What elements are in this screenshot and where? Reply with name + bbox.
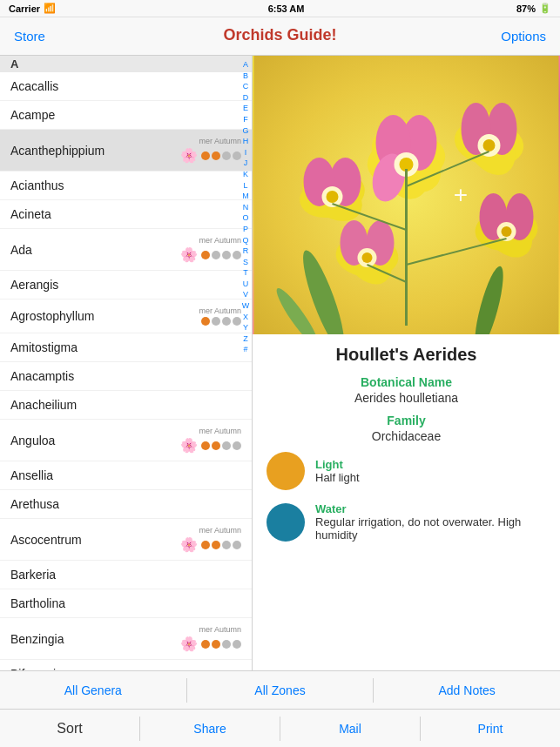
family-value: Orchidaceae (267, 429, 546, 443)
list-item[interactable]: Anacheilium (0, 391, 252, 420)
section-header-a: A (0, 56, 252, 72)
alpha-letter-a[interactable]: A (243, 59, 248, 71)
print-button[interactable]: Print (421, 715, 560, 743)
carrier-label: Carrier (9, 3, 40, 14)
list-item[interactable]: Ascocentrum mer Autumn 🌸 (0, 519, 252, 561)
list-item[interactable]: Bifrenaria (0, 660, 252, 670)
plus-icon[interactable]: + (454, 181, 468, 209)
bottom-bar-1: All Genera All Zones Add Notes (0, 670, 560, 709)
status-right: 87% 🔋 (516, 3, 551, 14)
list-item[interactable]: Acianthus (0, 172, 252, 200)
options-button[interactable]: Options (501, 29, 546, 44)
list-item[interactable]: Arethusa (0, 490, 252, 519)
alpha-letter-k[interactable]: K (243, 169, 248, 180)
alpha-letter-s[interactable]: S (243, 257, 248, 268)
store-button[interactable]: Store (14, 29, 45, 44)
alpha-letter-m[interactable]: M (242, 191, 249, 202)
alpha-letter-q[interactable]: Q (242, 235, 248, 246)
alpha-letter-r[interactable]: R (243, 246, 249, 257)
share-button[interactable]: Share (140, 715, 280, 743)
list-item[interactable]: Acacallis (0, 72, 252, 101)
water-value: Regular irrigation, do not overwater. Hi… (315, 515, 546, 542)
list-item[interactable]: Anguloa mer Autumn 🌸 (0, 420, 252, 461)
list-item[interactable]: Anacamptis (0, 362, 252, 391)
nav-bar: Store Orchids Guide! Options (0, 17, 560, 56)
status-time: 6:53 AM (268, 3, 305, 14)
list-panel: A AcacallisAcampeAcanthephippium mer Aut… (0, 56, 253, 670)
light-circle (267, 452, 305, 490)
water-label: Water (315, 502, 546, 515)
water-section: Water Regular irrigation, do not overwat… (267, 502, 546, 542)
list-item[interactable]: Ansellia (0, 461, 252, 490)
mail-button[interactable]: Mail (280, 715, 420, 743)
svg-point-35 (362, 252, 373, 263)
svg-point-17 (327, 191, 339, 203)
alpha-letter-w[interactable]: W (242, 300, 250, 312)
alpha-letter-b[interactable]: B (243, 71, 248, 82)
bottom-bar-2: Sort Share Mail Print (0, 709, 560, 747)
svg-point-23 (483, 139, 496, 151)
light-info: Light Half light (315, 458, 360, 484)
list-item[interactable]: Acanthephippium mer Autumn 🌸 (0, 130, 252, 172)
alpha-letter-z[interactable]: Z (243, 333, 248, 345)
battery-icon: 🔋 (539, 3, 551, 14)
light-value: Half light (315, 471, 360, 484)
water-info: Water Regular irrigation, do not overwat… (315, 502, 546, 542)
alpha-letter-e[interactable]: E (243, 103, 248, 114)
list-item[interactable]: Acineta (0, 200, 252, 229)
list-items-container: AcacallisAcampeAcanthephippium mer Autum… (0, 72, 252, 670)
wifi-icon: 📶 (44, 3, 56, 14)
list-item[interactable]: Amitostigma (0, 333, 252, 362)
alpha-letter-i[interactable]: I (245, 147, 247, 158)
add-notes-button[interactable]: Add Notes (374, 676, 560, 704)
detail-panel: + Houllet's Aerides Botanical Name Aerid… (253, 56, 560, 670)
alpha-letter-p[interactable]: P (243, 224, 248, 235)
light-label: Light (315, 458, 360, 471)
all-genera-button[interactable]: All Genera (0, 676, 186, 704)
alpha-letter-h[interactable]: H (243, 136, 249, 147)
alpha-letter-v[interactable]: V (243, 289, 248, 300)
alpha-letter-j[interactable]: J (244, 158, 248, 169)
botanical-value: Aerides houlletiana (267, 391, 546, 405)
botanical-row: Botanical Name Aerides houlletiana (267, 375, 546, 405)
list-item[interactable]: Acampe (0, 101, 252, 130)
detail-title: Houllet's Aerides (267, 345, 546, 365)
alpha-letter-g[interactable]: G (242, 125, 248, 137)
botanical-label: Botanical Name (267, 375, 546, 389)
list-item[interactable]: Benzingia mer Autumn 🌸 (0, 618, 252, 660)
list-item[interactable]: Bartholina (0, 589, 252, 618)
family-row: Family Orchidaceae (267, 414, 546, 443)
status-bar: Carrier 📶 6:53 AM 87% 🔋 (0, 0, 560, 17)
alpha-letter-u[interactable]: U (243, 279, 249, 290)
alpha-letter-x[interactable]: X (243, 312, 248, 323)
main-container: A AcacallisAcampeAcanthephippium mer Aut… (0, 56, 560, 670)
alpha-letter-c[interactable]: C (243, 81, 249, 92)
status-left: Carrier 📶 (9, 3, 56, 14)
battery-label: 87% (516, 3, 536, 14)
light-section: Light Half light (267, 452, 546, 490)
detail-content: Houllet's Aerides Botanical Name Aerides… (253, 334, 560, 564)
alpha-letter-d[interactable]: D (243, 92, 249, 104)
sort-button[interactable]: Sort (0, 714, 139, 744)
list-item[interactable]: Ada mer Autumn 🌸 (0, 229, 252, 271)
all-zones-button[interactable]: All Zones (187, 676, 374, 704)
family-label: Family (267, 414, 546, 427)
alpha-letter-y[interactable]: Y (243, 322, 248, 333)
alpha-letter-o[interactable]: O (242, 212, 248, 224)
alpha-letter-f[interactable]: F (243, 114, 248, 125)
alpha-letter-n[interactable]: N (243, 202, 249, 213)
nav-title: Orchids Guide! (223, 26, 336, 44)
alpha-letter-l[interactable]: L (243, 180, 247, 192)
list-item[interactable]: Aerangis (0, 271, 252, 299)
detail-image: + (253, 56, 560, 334)
alpha-letter-t[interactable]: T (243, 267, 248, 279)
list-item[interactable]: Agrostophyllum mer Autumn (0, 299, 252, 333)
alpha-letter-#[interactable]: # (243, 344, 247, 355)
alphabet-sidebar: ABCDEFGHIJKLMNOPQRSTUVWXYZ# (240, 56, 252, 359)
svg-point-29 (502, 226, 512, 237)
list-item[interactable]: Barkeria (0, 561, 252, 589)
water-circle (267, 503, 305, 542)
